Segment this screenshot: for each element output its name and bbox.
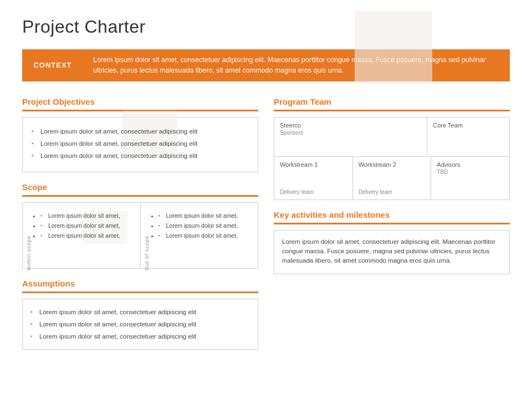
program-team-grid: Steerco Sponsors Core Team Workstream 1 … — [274, 117, 510, 200]
objectives-box: Lorem ipsum dolor sit amet, consectetuer… — [22, 117, 258, 172]
list-item: Lorem ipsum dolor sit amet, consectetuer… — [30, 330, 250, 342]
pt-advisors-sub: TBD — [437, 169, 504, 175]
context-text: Lorem ipsum dolor sit amet, consectetuer… — [83, 49, 510, 81]
scope-title: Scope — [22, 182, 258, 192]
pt-steerco-label: Steerco — [280, 122, 421, 129]
list-item: Lorem ipsum dolor sit amet, consectetuer… — [32, 137, 249, 150]
pt-steerco-cell: Steerco Sponsors — [274, 117, 427, 156]
assumptions-list: Lorem ipsum dolor sit amet, consectetuer… — [30, 306, 250, 342]
list-item: Lorem ipsum dolor sit amet, — [158, 231, 253, 241]
context-label: CONTEXT — [22, 49, 83, 81]
pt-ws1-label: Workstream 1 — [280, 161, 347, 168]
out-of-scope-list: Lorem ipsum dolor sit amet, Lorem ipsum … — [158, 211, 253, 241]
out-of-scope-col: Out of scope Lorem ipsum dolor sit amet,… — [141, 203, 258, 268]
list-item: Lorem ipsum dolor sit amet, consectetuer… — [30, 306, 250, 318]
list-item: Lorem ipsum dolor sit amet, consectetuer… — [32, 125, 249, 137]
right-column: Program Team Steerco Sponsors Core Team — [274, 97, 510, 350]
scope-divider — [22, 195, 258, 197]
pt-advisors-cell: Advisors TBD — [431, 157, 509, 200]
program-team-divider — [274, 110, 510, 111]
list-item: Lorem ipsum dolor sit amet, consectetuer… — [30, 318, 250, 330]
key-activities-title: Key activities and milestones — [274, 210, 510, 219]
out-of-scope-label: Out of scope — [144, 236, 150, 270]
left-column: Project Objectives Lorem ipsum dolor sit… — [22, 97, 258, 350]
pt-row-2: Workstream 1 Delivery team Workstream 2 … — [274, 157, 509, 200]
pt-sponsors-label: Sponsors — [280, 130, 421, 136]
key-activities-divider — [274, 223, 510, 224]
pt-row-1: Steerco Sponsors Core Team — [274, 117, 509, 157]
within-scope-label: Within scope — [26, 236, 32, 271]
scope-boxes: Within scope Lorem ipsum dolor sit amet,… — [22, 202, 258, 269]
pt-ws2-cell: Workstream 2 Delivery team — [353, 157, 432, 200]
list-item: Lorem ipsum dolor sit amet, — [40, 211, 135, 221]
within-scope-col: Within scope Lorem ipsum dolor sit amet,… — [23, 203, 141, 268]
pt-core-team-cell: Core Team — [427, 117, 509, 156]
pt-ws2-label: Workstream 2 — [359, 161, 426, 168]
list-item: Lorem ipsum dolor sit amet, — [158, 221, 253, 231]
pt-ws2-sub: Delivery team — [359, 189, 426, 195]
assumptions-box: Lorem ipsum dolor sit amet, consectetuer… — [22, 299, 258, 350]
two-column-layout: Project Objectives Lorem ipsum dolor sit… — [22, 97, 510, 350]
program-team-title: Program Team — [274, 97, 510, 106]
page-title: Project Charter — [22, 17, 510, 37]
context-bar: CONTEXT Lorem ipsum dolor sit amet, cons… — [22, 49, 510, 81]
assumptions-divider — [22, 291, 258, 293]
list-item: Lorem ipsum dolor sit amet, consectetuer… — [32, 150, 249, 162]
within-scope-list: Lorem ipsum dolor sit amet, Lorem ipsum … — [40, 211, 135, 241]
pt-ws1-cell: Workstream 1 Delivery team — [274, 157, 353, 200]
pt-ws1-sub: Delivery team — [280, 189, 347, 195]
assumptions-title: Assumptions — [22, 279, 258, 288]
objectives-list: Lorem ipsum dolor sit amet, consectetuer… — [32, 125, 249, 162]
pt-core-team-label: Core Team — [433, 122, 504, 129]
project-objectives-title: Project Objectives — [22, 97, 258, 106]
list-item: Lorem ipsum dolor sit amet, — [40, 231, 135, 241]
list-item: Lorem ipsum dolor sit amet, — [158, 211, 253, 221]
list-item: Lorem ipsum dolor sit amet, — [40, 221, 135, 231]
key-activities-box: Lorem ipsum dolor sit amet, consectetuer… — [274, 230, 510, 274]
pt-advisors-label: Advisors — [437, 161, 504, 168]
scope-section: Scope Within scope Lorem ipsum dolor sit… — [22, 182, 258, 269]
